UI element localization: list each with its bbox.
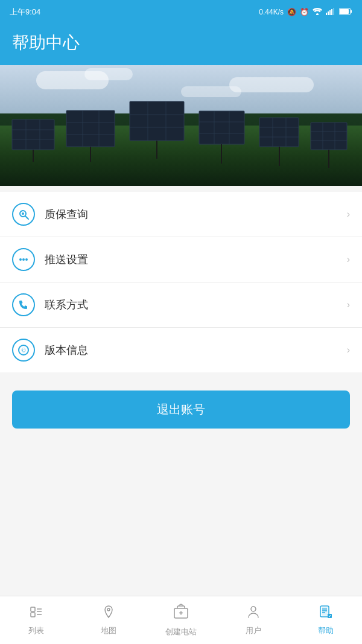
status-time: 上午9:04 [10,7,40,18]
svg-rect-8 [340,9,349,14]
nav-item-create[interactable]: 创建电站 [145,596,217,644]
nav-item-list[interactable]: 列表 [0,596,72,644]
cloud-2 [84,68,133,80]
svg-point-60 [251,607,256,611]
svg-rect-15 [66,110,115,147]
svg-rect-2 [328,11,329,15]
svg-point-50 [25,258,28,261]
nav-item-map[interactable]: 地图 [72,596,145,644]
nav-item-help[interactable]: ✓ 帮助 [290,596,362,644]
nav-label-help: 帮助 [318,625,334,636]
wifi-icon [313,8,322,17]
logout-section: 退出账号 [0,372,362,447]
svg-rect-7 [351,10,352,13]
menu-item-warranty[interactable]: 质保查询 › [0,192,362,237]
push-icon [12,248,35,271]
menu-item-push[interactable]: 推送设置 › [0,237,362,282]
signal-icon [326,8,335,17]
svg-text:✓: ✓ [328,614,331,618]
version-chevron: › [347,345,350,355]
nav-label-list: 列表 [28,625,44,636]
warranty-chevron: › [347,209,350,220]
menu-item-contact[interactable]: 联系方式 › [0,282,362,328]
svg-rect-39 [311,123,347,150]
svg-text:©: © [21,347,26,354]
alarm-icon: ⏰ [300,8,309,16]
svg-point-49 [22,258,25,261]
nav-item-user[interactable]: 用户 [217,596,290,644]
svg-point-47 [22,212,24,215]
warranty-label: 质保查询 [45,207,347,222]
svg-point-0 [316,13,319,15]
nav-label-map: 地图 [101,625,116,636]
push-label: 推送设置 [45,252,347,267]
svg-point-48 [19,258,22,261]
warranty-icon [12,203,35,226]
menu-list: 质保查询 › 推送设置 › 联系方式 › © [0,192,362,372]
help-icon: ✓ [319,605,333,623]
contact-label: 联系方式 [45,298,347,312]
mute-icon: 🔕 [287,8,296,16]
page-header: 帮助中心 [0,24,362,65]
empty-space [0,447,362,525]
svg-rect-4 [331,9,332,15]
list-icon [29,605,43,623]
status-right: 0.44K/s 🔕 ⏰ [259,8,352,17]
svg-rect-27 [199,111,244,144]
status-bar: 上午9:04 0.44K/s 🔕 ⏰ [0,0,362,24]
user-icon [246,605,261,623]
version-icon: © [12,339,35,362]
network-speed: 0.44K/s [259,8,284,16]
menu-item-version[interactable]: © 版本信息 › [0,328,362,372]
svg-rect-53 [31,607,35,611]
svg-rect-54 [31,613,35,617]
svg-point-58 [107,608,110,611]
bottom-nav: 列表 地图 创建电站 用户 [0,596,362,644]
page-title: 帮助中心 [12,31,350,54]
contact-icon [12,293,35,316]
svg-rect-1 [326,13,327,15]
solar-panels-svg [0,89,362,168]
nav-label-user: 用户 [246,625,261,636]
contact-chevron: › [347,299,350,310]
hero-image [0,65,362,186]
map-icon [101,605,116,623]
logout-button[interactable]: 退出账号 [12,391,350,429]
svg-rect-33 [259,118,299,147]
svg-rect-62 [322,607,328,616]
battery-icon [339,8,352,17]
push-chevron: › [347,254,350,265]
svg-rect-21 [130,101,184,141]
create-icon [173,604,189,624]
svg-rect-5 [333,8,334,15]
svg-rect-9 [12,120,54,150]
svg-rect-3 [329,10,331,15]
svg-line-46 [25,216,28,219]
version-label: 版本信息 [45,343,347,357]
nav-label-create: 创建电站 [165,626,197,637]
